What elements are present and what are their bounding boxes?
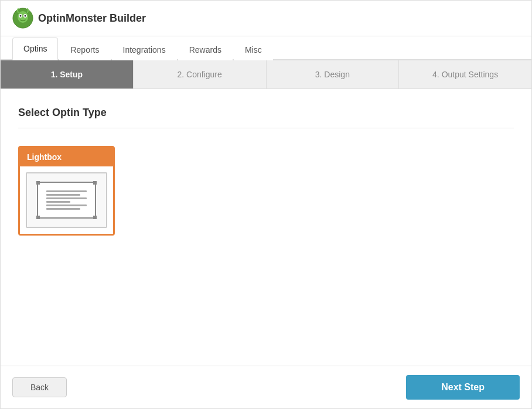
optin-card-lightbox-label: Lightbox	[20, 148, 113, 166]
svg-point-5	[25, 15, 26, 17]
logo: OptinMonster Builder	[12, 8, 146, 29]
preview-line-5	[46, 205, 86, 206]
handle-tl	[36, 181, 40, 185]
logo-icon	[12, 8, 33, 29]
footer: Back Next Step	[1, 366, 531, 408]
optin-cards-container: Lightbox	[18, 140, 514, 241]
app-container: OptinMonster Builder Optins Reports Inte…	[0, 0, 532, 409]
lightbox-inner-preview	[37, 182, 96, 219]
handle-tr	[93, 181, 97, 185]
step-tabs-bar: 1. Setup 2. Configure 3. Design 4. Outpu…	[1, 60, 531, 89]
handle-bl	[36, 216, 40, 219]
step-tab-output[interactable]: 4. Output Settings	[399, 60, 531, 88]
tab-integrations[interactable]: Integrations	[112, 39, 177, 60]
preview-line-2	[46, 194, 80, 196]
tab-optins[interactable]: Optins	[12, 38, 58, 60]
tab-misc[interactable]: Misc	[234, 39, 273, 60]
lightbox-preview	[26, 172, 107, 228]
back-button[interactable]: Back	[12, 377, 67, 397]
tab-rewards[interactable]: Rewards	[178, 39, 233, 60]
preview-lines	[46, 190, 86, 210]
step-tab-configure[interactable]: 2. Configure	[134, 60, 267, 88]
preview-line-4	[46, 201, 70, 203]
app-title: OptinMonster Builder	[38, 12, 146, 25]
optin-card-lightbox[interactable]: Lightbox	[18, 146, 115, 236]
optin-card-lightbox-body	[20, 166, 113, 234]
handle-br	[93, 216, 97, 219]
next-step-button[interactable]: Next Step	[406, 375, 520, 400]
top-tabs-bar: Optins Reports Integrations Rewards Misc	[1, 36, 531, 60]
main-content: Select Optin Type Lightbox	[1, 89, 531, 366]
step-tab-setup[interactable]: 1. Setup	[1, 60, 134, 88]
header: OptinMonster Builder	[1, 1, 531, 36]
step-tab-design[interactable]: 3. Design	[267, 60, 400, 88]
preview-line-1	[46, 190, 86, 192]
tab-reports[interactable]: Reports	[59, 39, 110, 60]
section-title: Select Optin Type	[18, 107, 514, 128]
svg-point-4	[20, 15, 22, 17]
preview-line-3	[46, 197, 86, 199]
preview-line-6	[46, 208, 80, 210]
